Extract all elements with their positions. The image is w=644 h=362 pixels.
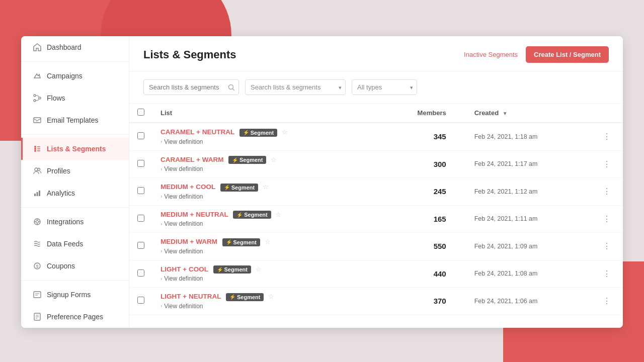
sidebar-item-email-templates[interactable]: Email Templates <box>21 109 129 131</box>
list-name-2[interactable]: MEDIUM + COOL <box>160 183 215 191</box>
page-header: Lists & Segments Inactive Segments Creat… <box>129 36 623 71</box>
row-checkbox-3[interactable] <box>137 215 144 222</box>
create-button[interactable]: Create List / Segment <box>526 46 609 63</box>
segment-search-dropdown[interactable]: Search lists & segments <box>245 79 346 95</box>
sidebar-divider-4 <box>21 280 129 281</box>
table-row: LIGHT + COOL ⚡ Segment ☆ › View definiti… <box>129 260 623 288</box>
row-checkbox-cell <box>129 178 152 206</box>
row-list-cell: CARAMEL + WARM ⚡ Segment ☆ › View defini… <box>152 150 377 178</box>
view-definition-5[interactable]: › View definition <box>160 275 369 282</box>
type-filter-dropdown[interactable]: All types List Segment <box>352 79 417 95</box>
svg-text:$: $ <box>36 264 38 269</box>
segment-badge-3: ⚡ Segment <box>233 211 271 219</box>
more-options-button-5[interactable]: ⋮ <box>599 267 615 280</box>
lightning-icon-3: ⚡ <box>236 212 243 218</box>
list-name-1[interactable]: CARAMEL + WARM <box>160 156 223 163</box>
sidebar-divider-2 <box>21 134 129 135</box>
sidebar-item-data-feeds[interactable]: Data Feeds <box>21 233 129 255</box>
sidebar-item-analytics[interactable]: Analytics <box>21 182 129 204</box>
view-definition-6[interactable]: › View definition <box>160 303 369 310</box>
more-options-button-6[interactable]: ⋮ <box>599 295 615 307</box>
row-checkbox-2[interactable] <box>137 187 144 194</box>
svg-rect-16 <box>34 292 41 298</box>
th-checkbox <box>129 104 152 123</box>
row-members-cell-1: 300 <box>377 150 466 178</box>
chevron-right-icon-3: › <box>160 221 162 227</box>
sidebar-label-analytics: Analytics <box>47 189 75 197</box>
row-checkbox-1[interactable] <box>137 160 144 167</box>
view-definition-label-5: View definition <box>164 275 203 282</box>
data-feeds-icon <box>33 239 42 248</box>
row-checkbox-cell <box>129 233 152 260</box>
row-created-cell-1: Feb 24, 2021, 1:17 am <box>466 150 591 178</box>
svg-point-4 <box>34 146 36 148</box>
more-options-button-4[interactable]: ⋮ <box>599 240 615 252</box>
list-name-0[interactable]: CARAMEL + NEUTRAL <box>160 128 234 136</box>
row-checkbox-0[interactable] <box>137 132 144 139</box>
sidebar-label-campaigns: Campaigns <box>47 72 83 80</box>
row-checkbox-6[interactable] <box>137 297 144 304</box>
svg-point-1 <box>39 97 41 99</box>
star-icon-0[interactable]: ☆ <box>282 128 288 136</box>
row-checkbox-cell <box>129 150 152 178</box>
sidebar-item-campaigns[interactable]: Campaigns <box>21 65 129 87</box>
view-definition-label-0: View definition <box>164 138 203 145</box>
svg-rect-10 <box>37 192 38 196</box>
select-all-checkbox[interactable] <box>137 109 144 116</box>
more-options-button-3[interactable]: ⋮ <box>599 213 615 225</box>
list-name-3[interactable]: MEDIUM + NEUTRAL <box>160 211 228 218</box>
star-icon-5[interactable]: ☆ <box>256 265 262 273</box>
more-options-button-0[interactable]: ⋮ <box>599 130 615 143</box>
search-input[interactable] <box>143 79 239 95</box>
row-members-cell-0: 345 <box>377 123 466 150</box>
coupons-icon: $ <box>33 261 42 270</box>
sidebar-item-lists-segments[interactable]: Lists & Segments <box>21 138 129 160</box>
star-icon-3[interactable]: ☆ <box>275 211 281 218</box>
chevron-right-icon-0: › <box>160 139 162 144</box>
star-icon-1[interactable]: ☆ <box>271 156 277 163</box>
sidebar-item-signup-forms[interactable]: Signup Forms <box>21 284 129 306</box>
chevron-right-icon-4: › <box>160 248 162 254</box>
segment-badge-5: ⚡ Segment <box>213 265 251 274</box>
chevron-right-icon-1: › <box>160 166 162 172</box>
sidebar-item-coupons[interactable]: $ Coupons <box>21 255 129 277</box>
row-created-cell-0: Feb 24, 2021, 1:18 am <box>466 123 591 150</box>
more-options-button-1[interactable]: ⋮ <box>599 158 615 170</box>
view-definition-1[interactable]: › View definition <box>160 165 369 172</box>
star-icon-2[interactable]: ☆ <box>263 183 269 191</box>
sidebar-divider-3 <box>21 207 129 208</box>
view-definition-4[interactable]: › View definition <box>160 248 369 255</box>
sidebar-label-coupons: Coupons <box>47 262 75 270</box>
list-name-5[interactable]: LIGHT + COOL <box>160 265 208 273</box>
view-definition-label-4: View definition <box>164 248 203 255</box>
th-created[interactable]: Created ▼ <box>466 104 591 123</box>
sidebar-label-integrations: Integrations <box>47 218 84 226</box>
list-name-6[interactable]: LIGHT + NEUTRAL <box>160 293 221 300</box>
more-options-button-2[interactable]: ⋮ <box>599 185 615 198</box>
row-checkbox-4[interactable] <box>137 242 144 249</box>
header-actions: Inactive Segments Create List / Segment <box>464 46 609 63</box>
list-name-4[interactable]: MEDIUM + WARM <box>160 238 217 245</box>
inactive-segments-link[interactable]: Inactive Segments <box>464 51 518 58</box>
row-actions-cell-1: ⋮ <box>591 150 623 178</box>
sidebar-item-profiles[interactable]: Profiles <box>21 160 129 182</box>
row-checkbox-5[interactable] <box>137 269 144 277</box>
app-container: Dashboard Campaigns <box>21 36 623 328</box>
star-icon-6[interactable]: ☆ <box>268 293 274 300</box>
star-icon-4[interactable]: ☆ <box>265 238 271 245</box>
row-created-cell-3: Feb 24, 2021, 1:11 am <box>466 205 591 233</box>
sidebar-item-flows[interactable]: Flows <box>21 87 129 109</box>
sidebar-item-dashboard[interactable]: Dashboard <box>21 36 129 58</box>
row-actions-cell-3: ⋮ <box>591 205 623 233</box>
sidebar-label-dashboard: Dashboard <box>47 43 82 51</box>
lightning-icon-1: ⚡ <box>232 157 238 163</box>
view-definition-2[interactable]: › View definition <box>160 193 369 200</box>
row-checkbox-cell <box>129 288 152 315</box>
sidebar-item-integrations[interactable]: Integrations <box>21 211 129 233</box>
sidebar-item-preference-pages[interactable]: Preference Pages <box>21 306 129 328</box>
view-definition-0[interactable]: › View definition <box>160 138 369 145</box>
view-definition-3[interactable]: › View definition <box>160 220 369 227</box>
signup-forms-icon <box>33 290 42 299</box>
svg-rect-11 <box>39 191 40 196</box>
sidebar-label-signup-forms: Signup Forms <box>47 291 91 299</box>
